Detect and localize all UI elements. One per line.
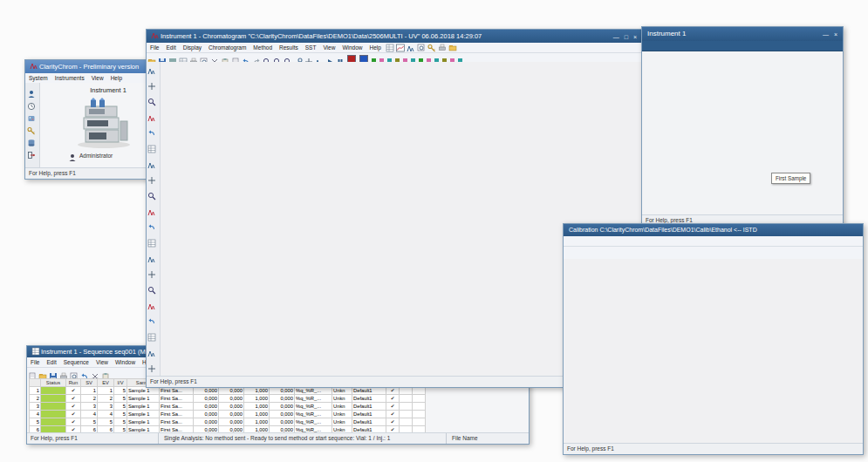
sequence-cell[interactable]: 4 (30, 411, 41, 418)
status-cell[interactable] (41, 411, 66, 418)
sequence-cell[interactable]: %q_%R_... (295, 403, 332, 411)
menu-chrom-file[interactable]: File (147, 43, 162, 52)
checkbox-cell[interactable]: ✔ (386, 395, 400, 403)
checkbox-cell[interactable] (400, 395, 413, 403)
sequence-col-header[interactable] (30, 379, 41, 387)
sequence-col-header[interactable]: Status (41, 379, 66, 387)
sequence-cell[interactable]: 1,000 (244, 403, 270, 411)
chart-tool-icon[interactable] (147, 298, 156, 307)
chart-tool-icon[interactable] (147, 141, 156, 150)
minimize-button[interactable]: — (613, 34, 621, 40)
sequence-cell[interactable]: 0,000 (270, 418, 295, 426)
sequence-cell[interactable]: 0,000 (219, 403, 244, 411)
sequence-cell[interactable]: 3 (81, 403, 98, 411)
sequence-cell[interactable]: First Sa... (160, 403, 194, 411)
menu-clarity-view[interactable]: View (88, 73, 107, 83)
sequence-cell[interactable]: 0,000 (219, 395, 244, 403)
menu-chrom-edit[interactable]: Edit (162, 43, 179, 52)
sequence-cell[interactable]: 2 (30, 395, 41, 403)
checkbox-cell[interactable]: ✔ (66, 403, 81, 411)
sequence-cell[interactable]: 0,000 (194, 418, 219, 426)
sequence-row[interactable]: 3✔335Sample 1First Sa...0,0000,0001,0000… (30, 403, 426, 411)
sequence-col-header[interactable]: EV (98, 379, 114, 387)
sequence-cell[interactable]: Unkn (332, 403, 352, 411)
clock-icon[interactable] (27, 99, 36, 107)
instrument-image[interactable] (73, 97, 134, 149)
menu-seq-sequence[interactable]: Sequence (60, 357, 92, 367)
preview-icon[interactable] (70, 369, 79, 377)
menu-chrom-display[interactable]: Display (180, 43, 205, 52)
checkbox-cell[interactable]: ✔ (66, 418, 81, 426)
sequence-col-header[interactable]: SV (81, 379, 98, 387)
chart-tool-icon[interactable] (147, 361, 156, 370)
sequence-row[interactable]: 5✔555Sample 1First Sa...0,0000,0001,0000… (30, 418, 426, 426)
menu-seq-view[interactable]: View (92, 357, 112, 367)
menu-clarity-instruments[interactable]: Instruments (51, 73, 88, 83)
sequence-cell[interactable]: 4 (98, 411, 114, 418)
status-cell[interactable] (41, 418, 66, 426)
status-cell[interactable] (41, 387, 66, 395)
sequence-cell[interactable]: 5 (30, 418, 41, 426)
sequence-cell[interactable]: %q_%R_... (295, 411, 332, 418)
window-icon[interactable] (386, 44, 394, 52)
checkbox-cell[interactable] (400, 418, 413, 426)
sequence-cell[interactable]: 5 (114, 403, 127, 411)
sequence-cell[interactable]: 5 (114, 411, 127, 418)
checkbox-cell[interactable] (400, 411, 413, 418)
sequence-cell[interactable]: 0,000 (219, 418, 244, 426)
sequence-cell[interactable]: 4 (81, 411, 98, 418)
menu-seq-edit[interactable]: Edit (43, 357, 59, 367)
sequence-cell[interactable]: 5 (81, 418, 98, 426)
sequence-cell[interactable]: First Sa... (160, 395, 194, 403)
close-button[interactable]: × (633, 34, 639, 40)
folder-icon[interactable] (38, 369, 47, 377)
chart-tool-icon[interactable] (147, 63, 156, 71)
chart-tool-icon[interactable] (147, 157, 156, 166)
sequence-cell[interactable]: Sample 1 (127, 411, 160, 418)
chart-tool-icon[interactable] (147, 282, 156, 291)
sequence-cell[interactable]: 1 (98, 387, 114, 395)
checkbox-cell[interactable]: ✔ (386, 411, 400, 418)
sequence-cell[interactable]: 0,000 (270, 395, 295, 403)
sequence-cell[interactable]: Default1 (352, 395, 386, 403)
menu-chrom-chromatogram[interactable]: Chromatogram (205, 43, 249, 52)
overlay-icon[interactable] (407, 44, 415, 52)
sequence-cell[interactable]: 3 (30, 403, 41, 411)
menu-seq-window[interactable]: Window (112, 357, 139, 367)
chart-tool-icon[interactable] (147, 251, 156, 260)
sequence-cell[interactable]: Unkn (332, 395, 352, 403)
menu-chrom-help[interactable]: Help (366, 43, 385, 52)
checkbox-cell[interactable] (413, 418, 426, 426)
minimize-button[interactable]: — (823, 31, 830, 37)
checkbox-cell[interactable]: ✔ (386, 418, 400, 426)
sequence-cell[interactable]: 3 (98, 403, 114, 411)
chart-tool-icon[interactable] (147, 314, 156, 323)
chart-tool-icon[interactable] (147, 204, 156, 213)
sequence-cell[interactable]: 1,000 (244, 411, 270, 418)
chart-tool-icon[interactable] (147, 220, 156, 228)
checkbox-cell[interactable] (413, 395, 426, 403)
chart-tool-icon[interactable] (147, 267, 156, 275)
status-cell[interactable] (41, 395, 66, 403)
sequence-cell[interactable]: 5 (114, 418, 127, 426)
print-icon[interactable] (59, 369, 68, 377)
chart-tool-icon[interactable] (147, 330, 156, 338)
sequence-cell[interactable]: %q_%R_... (295, 395, 332, 403)
checkbox-cell[interactable] (413, 411, 426, 418)
sequence-cell[interactable]: First Sa... (160, 418, 194, 426)
sequence-cell[interactable]: 0,000 (270, 403, 295, 411)
chart-tool-icon[interactable] (147, 110, 156, 119)
sequence-cell[interactable]: Sample 1 (127, 418, 160, 426)
user-icon[interactable] (27, 86, 36, 95)
menu-chrom-method[interactable]: Method (249, 43, 276, 52)
checkbox-cell[interactable] (413, 403, 426, 411)
print-chart-icon[interactable] (438, 44, 447, 52)
sequence-cell[interactable]: 1,000 (244, 395, 270, 403)
chart-tool-icon[interactable] (147, 188, 156, 197)
sequence-cell[interactable]: 5 (114, 395, 127, 403)
sequence-cell[interactable]: 0,000 (270, 411, 295, 418)
checkbox-cell[interactable]: ✔ (66, 387, 81, 395)
status-cell[interactable] (41, 403, 66, 411)
sequence-row[interactable]: 2✔225Sample 1First Sa...0,0000,0001,0000… (30, 395, 426, 403)
chart-tool-icon[interactable] (147, 173, 156, 181)
